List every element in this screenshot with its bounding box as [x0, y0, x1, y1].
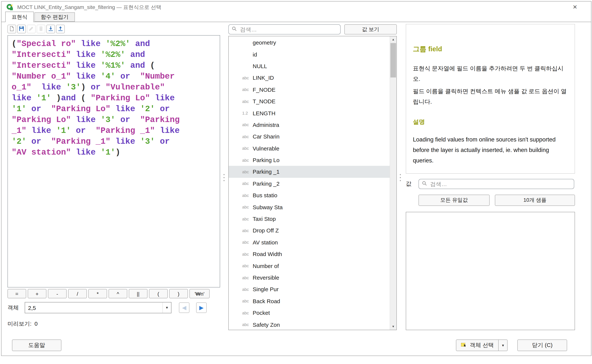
field-item[interactable]: abcDrop Off Z: [229, 225, 390, 237]
field-item[interactable]: abcAdministra: [229, 119, 390, 131]
operator-button[interactable]: /: [68, 289, 87, 298]
field-item[interactable]: abcVulnerable: [229, 143, 390, 154]
fields-search-input[interactable]: [239, 26, 337, 33]
tab-expression[interactable]: 표현식: [5, 12, 34, 22]
operator-button[interactable]: ^: [109, 289, 127, 298]
edit-expression-button: [27, 25, 36, 33]
operator-button[interactable]: -: [48, 289, 67, 298]
field-item[interactable]: abcRoad Width: [229, 248, 390, 260]
download-arrow-icon: [48, 26, 53, 32]
search-icon: [232, 26, 237, 33]
field-item[interactable]: abcSafety Zon: [229, 319, 390, 329]
field-name: geometry: [253, 39, 276, 46]
show-values-button[interactable]: 값 보기: [344, 24, 397, 34]
operator-button[interactable]: '₩n': [189, 289, 210, 298]
operator-button[interactable]: ||: [129, 289, 148, 298]
field-item[interactable]: abcSubway Sta: [229, 201, 390, 213]
chevron-down-icon[interactable]: ▼: [163, 302, 171, 313]
field-name: Number of: [253, 263, 279, 269]
select-features-button[interactable]: 객체 선택: [456, 339, 499, 351]
field-name: id: [253, 51, 257, 58]
select-features-dropdown-icon[interactable]: ▼: [499, 339, 507, 351]
field-name: AV station: [253, 239, 278, 246]
field-item[interactable]: abcF_NODE: [229, 84, 390, 95]
field-name: F_NODE: [253, 86, 275, 93]
close-dialog-button[interactable]: 닫기 (C): [517, 339, 567, 351]
field-item[interactable]: abcParking _2: [229, 178, 390, 189]
field-name: Parking _1: [253, 169, 280, 175]
window-title: MOCT LINK_Entity_Sangam_site_filtering —…: [17, 1, 161, 13]
fields-scrollbar[interactable]: ▲ ▼: [390, 36, 397, 330]
field-item[interactable]: abcSingle Pur: [229, 283, 390, 295]
field-item[interactable]: 1.2LENGTH: [229, 107, 390, 119]
field-item[interactable]: abcParking _1: [229, 166, 390, 178]
save-expression-button[interactable]: [17, 25, 26, 33]
field-item[interactable]: abcCar Sharin: [229, 131, 390, 143]
field-item[interactable]: id: [229, 48, 390, 60]
field-type-badge: abc: [242, 287, 253, 292]
expression-editor[interactable]: ("Special ro" like '%2%' and"Intersecti"…: [7, 35, 220, 287]
field-name: Reversible: [253, 274, 279, 281]
field-item[interactable]: abcLINK_ID: [229, 72, 390, 84]
fields-search-box: [228, 24, 341, 34]
operator-button[interactable]: +: [28, 289, 46, 298]
field-name: Parking _2: [253, 180, 280, 187]
field-type-badge: abc: [242, 87, 253, 92]
scrollbar-thumb[interactable]: [390, 43, 396, 78]
field-item[interactable]: abcT_NODE: [229, 95, 390, 107]
field-name: Car Sharin: [253, 133, 280, 140]
help-button[interactable]: 도움말: [12, 339, 61, 351]
field-item[interactable]: abcTaxi Stop: [229, 213, 390, 225]
value-search-row: 값: [406, 179, 574, 189]
field-name: T_NODE: [253, 98, 275, 104]
splitter-left[interactable]: [223, 170, 225, 185]
select-features-icon: [461, 342, 467, 349]
field-item[interactable]: NULL: [229, 60, 390, 72]
group-field-heading: 그룹 field: [413, 45, 568, 53]
operator-button[interactable]: (: [149, 289, 168, 298]
field-item[interactable]: geometry: [229, 37, 390, 48]
operator-button[interactable]: ): [169, 289, 188, 298]
value-search-input[interactable]: [429, 180, 571, 188]
help-panel: 그룹 field 표현식 문자열에 필드 이름을 추가하려면 두 번 클릭하십시…: [406, 24, 575, 174]
field-type-badge: abc: [242, 76, 253, 80]
field-name: Parking Lo: [253, 157, 280, 163]
operator-button[interactable]: =: [7, 289, 26, 298]
preview-value: 0: [34, 320, 38, 327]
field-item[interactable]: abcNumber of: [229, 260, 390, 272]
field-type-badge: abc: [242, 99, 253, 104]
next-feature-button[interactable]: ▶: [196, 302, 207, 313]
field-item[interactable]: abcPocket: [229, 307, 390, 319]
scroll-up-icon[interactable]: ▲: [390, 36, 397, 43]
operator-button[interactable]: *: [88, 289, 107, 298]
export-expression-button[interactable]: [56, 25, 65, 33]
field-type-badge: abc: [242, 193, 253, 198]
import-expression-button[interactable]: [46, 25, 55, 33]
field-type-badge: abc: [242, 275, 253, 280]
new-expression-button[interactable]: [7, 25, 16, 33]
field-item[interactable]: abcReversible: [229, 272, 390, 284]
tab-function-editor[interactable]: 함수 편집기: [34, 12, 75, 22]
field-item[interactable]: abcBack Road: [229, 295, 390, 307]
scroll-down-icon[interactable]: ▼: [390, 323, 397, 330]
splitter-right[interactable]: [399, 170, 401, 185]
field-item[interactable]: abcAV station: [229, 236, 390, 248]
select-features-label: 객체 선택: [470, 342, 494, 349]
field-item[interactable]: abcBus statio: [229, 189, 390, 201]
field-name: Subway Sta: [253, 204, 283, 210]
close-window-icon[interactable]: ✕: [570, 2, 580, 12]
values-list[interactable]: [406, 212, 575, 330]
tab-bar: 표현식 함수 편집기: [5, 12, 75, 22]
feature-combo[interactable]: 2,5 ▼: [25, 302, 171, 313]
field-type-badge: abc: [242, 205, 253, 209]
field-type-badge: abc: [242, 123, 253, 127]
field-type-badge: 1.2: [242, 111, 253, 115]
sample-values-button[interactable]: 10개 샘플: [495, 195, 575, 206]
field-name: Back Road: [253, 298, 280, 304]
field-type-badge: abc: [242, 216, 253, 221]
previous-feature-button[interactable]: ◀: [179, 302, 189, 313]
field-item[interactable]: abcParking Lo: [229, 154, 390, 166]
field-name: Vulnerable: [253, 145, 279, 151]
field-type-badge: abc: [242, 299, 253, 303]
all-unique-values-button[interactable]: 모든 유일값: [418, 195, 490, 206]
